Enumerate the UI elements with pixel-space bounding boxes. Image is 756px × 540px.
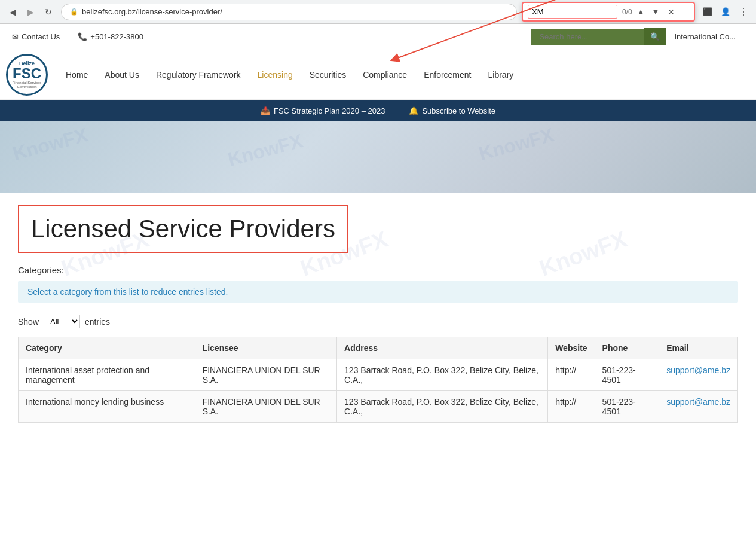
nav-buttons: ◀ ▶ ↻ (5, 4, 56, 20)
nav-regulatory-framework[interactable]: Regulatory Framework (148, 62, 249, 88)
nav-enforcement[interactable]: Enforcement (415, 62, 479, 88)
watermark-3: KnowFX (476, 124, 556, 165)
col-header-licensee: Licensee (195, 337, 336, 359)
logo-subtitle: Financial Services Commission (9, 81, 45, 89)
table-row: International asset protection and manag… (19, 359, 738, 391)
table-container: Category Licensee Address Website Phone … (18, 337, 738, 423)
categories-label: Categories: (18, 265, 738, 275)
nav-about-us[interactable]: About Us (96, 62, 148, 88)
menu-button[interactable]: ⋮ (736, 4, 751, 20)
cell-address: 123 Barrack Road, P.O. Box 322, Belize C… (337, 359, 548, 391)
contact-us-link[interactable]: ✉ Contact Us (12, 32, 60, 41)
nav-library[interactable]: Library (480, 62, 522, 88)
find-count: 0/0 (622, 8, 632, 16)
category-hint-text: Select a category from this list to redu… (27, 287, 228, 297)
strategic-plan-link[interactable]: 📥 FSC Strategic Plan 2020 – 2023 (261, 106, 385, 115)
show-entries-row: Show All entries (18, 315, 738, 328)
international-col-button[interactable]: International Co... (666, 29, 744, 45)
watermark-1: KnowFX (10, 124, 90, 165)
find-down-button[interactable]: ▼ (650, 6, 662, 17)
logo-fsc: FSC (9, 66, 45, 81)
cell-category: International money lending business (19, 391, 195, 423)
cell-email[interactable]: support@ame.bz (659, 359, 738, 391)
main-nav: Belize FSC Financial Services Commission… (0, 50, 756, 100)
bell-icon: 🔔 (409, 106, 418, 115)
address-lock-icon: 🔒 (70, 8, 78, 16)
email-link[interactable]: support@ame.bz (666, 397, 730, 407)
address-bar[interactable]: 🔒 belizefsc.org.bz/license-service-provi… (61, 4, 517, 20)
subscribe-link[interactable]: 🔔 Subscribe to Website (409, 106, 495, 115)
entries-select[interactable]: All (44, 315, 80, 328)
table-header-row: Category Licensee Address Website Phone … (19, 337, 738, 359)
email-link[interactable]: support@ame.bz (666, 365, 730, 375)
browser-toolbar: ◀ ▶ ↻ 🔒 belizefsc.org.bz/license-service… (0, 0, 756, 24)
address-url: belizefsc.org.bz/license-service-provide… (82, 7, 222, 16)
find-close-button[interactable]: ✕ (665, 6, 677, 18)
download-icon: 📥 (261, 106, 270, 115)
contact-us-label: Contact Us (22, 32, 60, 41)
cell-phone: 501-223-4501 (595, 359, 659, 391)
nav-links: Home About Us Regulatory Framework Licen… (57, 62, 522, 88)
nav-compliance[interactable]: Compliance (354, 62, 415, 88)
envelope-icon: ✉ (12, 32, 19, 41)
forward-button[interactable]: ▶ (23, 4, 38, 20)
watermark-2: KnowFX (225, 130, 305, 171)
cell-website: http:// (548, 391, 595, 423)
category-hint: Select a category from this list to redu… (18, 281, 738, 303)
find-bar: 0/0 ▲ ▼ ✕ (522, 2, 695, 22)
col-header-website: Website (548, 337, 595, 359)
phone-label: +501-822-3800 (90, 32, 143, 41)
page-title-box: Licensed Service Providers (18, 205, 348, 253)
cell-website: http:// (548, 359, 595, 391)
nav-licensing[interactable]: Licensing (249, 62, 301, 88)
announcement-banner: 📥 FSC Strategic Plan 2020 – 2023 🔔 Subsc… (0, 100, 756, 121)
back-button[interactable]: ◀ (5, 4, 20, 20)
refresh-button[interactable]: ↻ (41, 4, 56, 20)
cell-licensee: FINANCIERA UNION DEL SUR S.A. (195, 391, 336, 423)
phone-number[interactable]: 📞 +501-822-3800 (78, 32, 143, 41)
logo: Belize FSC Financial Services Commission (6, 54, 48, 96)
nav-home[interactable]: Home (57, 62, 96, 88)
nav-securities[interactable]: Securities (301, 62, 354, 88)
cell-email[interactable]: support@ame.bz (659, 391, 738, 423)
subscribe-label: Subscribe to Website (422, 106, 495, 115)
find-input[interactable] (528, 5, 617, 19)
col-header-email: Email (659, 337, 738, 359)
find-up-button[interactable]: ▲ (635, 6, 647, 17)
cell-category: International asset protection and manag… (19, 359, 195, 391)
search-container: 🔍 (531, 28, 666, 45)
hero-image: KnowFX KnowFX KnowFX (0, 121, 756, 193)
search-button[interactable]: 🔍 (644, 28, 666, 45)
content-area: KnowFX KnowFX KnowFX KnowFX KnowFX Licen… (0, 193, 756, 435)
cell-phone: 501-223-4501 (595, 391, 659, 423)
top-contact-bar: ✉ Contact Us 📞 +501-822-3800 🔍 Internati… (0, 24, 756, 50)
page-title: Licensed Service Providers (31, 215, 335, 243)
show-label: Show (18, 317, 39, 327)
strategic-plan-label: FSC Strategic Plan 2020 – 2023 (274, 106, 385, 115)
col-header-phone: Phone (595, 337, 659, 359)
logo-area: Belize FSC Financial Services Commission (6, 50, 48, 99)
profile-button[interactable]: 👤 (718, 4, 733, 20)
phone-icon: 📞 (78, 32, 87, 41)
cell-address: 123 Barrack Road, P.O. Box 322, Belize C… (337, 391, 548, 423)
col-header-address: Address (337, 337, 548, 359)
entries-label: entries (85, 317, 110, 327)
data-table: Category Licensee Address Website Phone … (18, 337, 738, 423)
browser-action-buttons: ⬛ 👤 ⋮ (700, 4, 751, 20)
search-input[interactable] (531, 29, 644, 45)
table-row: International money lending business FIN… (19, 391, 738, 423)
col-header-category: Category (19, 337, 195, 359)
cell-licensee: FINANCIERA UNION DEL SUR S.A. (195, 359, 336, 391)
extensions-button[interactable]: ⬛ (700, 4, 715, 20)
